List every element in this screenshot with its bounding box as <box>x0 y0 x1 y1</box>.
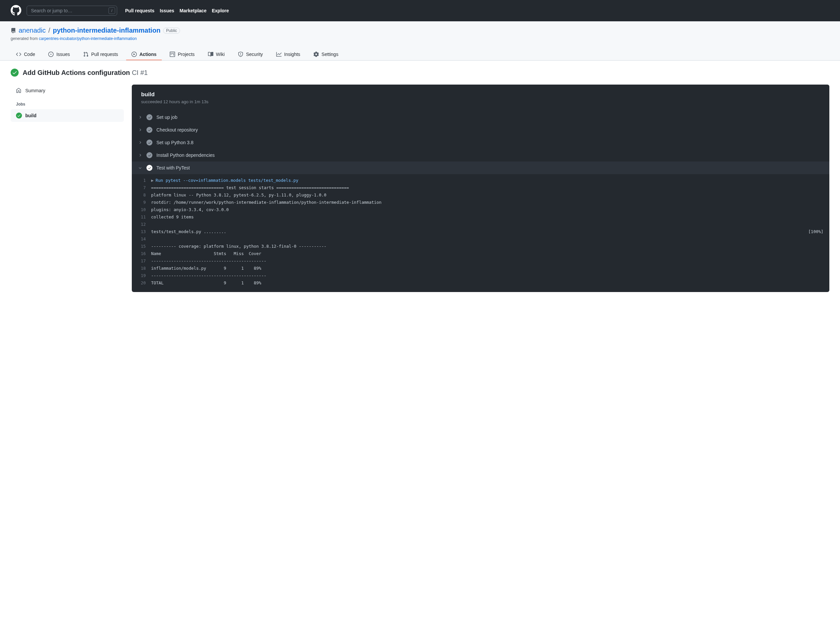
log-line-number: 18 <box>138 265 151 272</box>
log-line-text: plugins: anyio-3.3.4, cov-3.0.0 <box>151 206 823 213</box>
check-icon <box>146 127 153 133</box>
log-line: 7============================= test sess… <box>132 184 829 192</box>
chevron-right-icon <box>138 115 143 119</box>
log-line-number: 12 <box>138 221 151 228</box>
log-line-number: 20 <box>138 280 151 287</box>
jobs-label: Jobs <box>11 97 124 109</box>
repo-header: anenadic / python-intermediate-inflammat… <box>0 21 840 61</box>
step-setup-python[interactable]: Set up Python 3.8 <box>132 136 829 149</box>
tab-pull-requests[interactable]: Pull requests <box>78 49 124 60</box>
log-line: 8platform linux -- Python 3.8.12, pytest… <box>132 192 829 199</box>
book-icon <box>208 52 213 57</box>
sidebar-job-build[interactable]: build <box>11 109 124 122</box>
nav-issues[interactable]: Issues <box>160 8 174 13</box>
step-install-deps[interactable]: Install Python dependencies <box>132 149 829 161</box>
chevron-down-icon <box>138 166 143 170</box>
nav-marketplace[interactable]: Marketplace <box>180 8 207 13</box>
log-line: 10plugins: anyio-3.3.4, cov-3.0.0 <box>132 206 829 213</box>
repo-icon <box>11 28 16 33</box>
run-title: Add GitHub Actions configuration <box>22 69 130 76</box>
step-setup-job[interactable]: Set up job <box>132 111 829 124</box>
visibility-badge: Public <box>163 27 180 34</box>
chevron-right-icon <box>138 153 143 158</box>
gear-icon <box>313 52 319 57</box>
log-line: 11collected 9 items <box>132 213 829 221</box>
log-line-number: 16 <box>138 250 151 257</box>
run-layout: Summary Jobs build build succeeded 12 ho… <box>11 85 829 292</box>
repo-name-link[interactable]: python-intermediate-inflammation <box>53 27 161 34</box>
log-line-number: 14 <box>138 236 151 242</box>
log-line: 20TOTAL 9 1 89% <box>132 279 829 287</box>
log-line: 15---------- coverage: platform linux, p… <box>132 243 829 250</box>
tab-wiki[interactable]: Wiki <box>203 49 230 60</box>
nav-pull-requests[interactable]: Pull requests <box>125 8 154 13</box>
log-line: 16Name Stmts Miss Cover <box>132 250 829 258</box>
tab-security[interactable]: Security <box>233 49 268 60</box>
search-input[interactable] <box>27 6 117 16</box>
log-line-text: Name Stmts Miss Cover <box>151 250 823 257</box>
log-line-text: ---------- coverage: platform linux, pyt… <box>151 243 823 250</box>
tab-projects[interactable]: Projects <box>164 49 200 60</box>
log-line-text: ▶Run pytest --cov=inflammation.models te… <box>151 177 823 184</box>
log-line-number: 10 <box>138 206 151 213</box>
sidebar-summary[interactable]: Summary <box>11 85 124 97</box>
log-line-text: ----------------------------------------… <box>151 272 823 279</box>
tab-issues[interactable]: Issues <box>43 49 75 60</box>
workflow-ref: CI #1 <box>132 69 148 76</box>
pull-request-icon <box>83 52 88 57</box>
check-icon <box>16 113 22 119</box>
generated-from-link[interactable]: carpentries-incubator/python-intermediat… <box>39 36 137 41</box>
log-line-text <box>151 236 823 242</box>
panel-header: build succeeded 12 hours ago in 1m 13s <box>132 85 829 111</box>
log-line: 19--------------------------------------… <box>132 272 829 279</box>
repo-title: anenadic / python-intermediate-inflammat… <box>11 27 829 34</box>
log-line-text: ----------------------------------------… <box>151 258 823 264</box>
log-line-text: tests/test_models.py ......... <box>151 229 802 235</box>
home-icon <box>16 88 21 93</box>
log-line-text: rootdir: /home/runner/work/python-interm… <box>151 199 823 206</box>
log-line-text <box>151 221 823 228</box>
graph-icon <box>276 52 281 57</box>
repo-owner-link[interactable]: anenadic <box>19 27 46 34</box>
log-line: 1▶Run pytest --cov=inflammation.models t… <box>132 177 829 184</box>
nav-explore[interactable]: Explore <box>212 8 229 13</box>
check-icon <box>146 165 153 171</box>
log-line-text: TOTAL 9 1 89% <box>151 280 823 287</box>
generated-from: generated from carpentries-incubator/pyt… <box>11 36 829 41</box>
chevron-right-icon <box>138 127 143 132</box>
run-status-icon <box>11 69 19 77</box>
global-header: / Pull requests Issues Marketplace Explo… <box>0 0 840 21</box>
header-nav: Pull requests Issues Marketplace Explore <box>125 8 229 13</box>
log-line: 17--------------------------------------… <box>132 258 829 265</box>
step-checkout[interactable]: Checkout repository <box>132 124 829 136</box>
log-line-number: 9 <box>138 199 151 206</box>
log-line: 13tests/test_models.py .........[100%] <box>132 228 829 235</box>
tab-insights[interactable]: Insights <box>271 49 305 60</box>
tab-actions[interactable]: Actions <box>126 49 162 60</box>
code-icon <box>16 52 21 57</box>
github-logo[interactable] <box>11 5 21 17</box>
step-test-pytest[interactable]: Test with PyTest <box>132 161 829 174</box>
tab-code[interactable]: Code <box>11 49 40 60</box>
log-line-number: 7 <box>138 184 151 191</box>
run-sidebar: Summary Jobs build <box>11 85 124 292</box>
log-line-number: 1 <box>138 177 151 184</box>
log-line: 14 <box>132 235 829 243</box>
repo-separator: / <box>48 27 50 34</box>
panel-job-name: build <box>141 91 820 98</box>
issues-icon <box>48 52 54 57</box>
main-content: Add GitHub Actions configuration CI #1 S… <box>0 61 840 300</box>
check-icon <box>146 152 153 158</box>
projects-icon <box>170 52 175 57</box>
repo-tabs: Code Issues Pull requests Actions Projec… <box>11 49 829 60</box>
play-icon <box>132 52 137 57</box>
log-line: 18inflammation/models.py 9 1 89% <box>132 265 829 272</box>
log-line-text: inflammation/models.py 9 1 89% <box>151 265 823 272</box>
log-line-text: collected 9 items <box>151 214 823 221</box>
page-title: Add GitHub Actions configuration CI #1 <box>11 69 829 77</box>
check-icon <box>146 140 153 145</box>
log-line-number: 19 <box>138 272 151 279</box>
tab-settings[interactable]: Settings <box>308 49 344 60</box>
log-line-text: platform linux -- Python 3.8.12, pytest-… <box>151 192 823 198</box>
panel-status-line: succeeded 12 hours ago in 1m 13s <box>141 99 820 104</box>
